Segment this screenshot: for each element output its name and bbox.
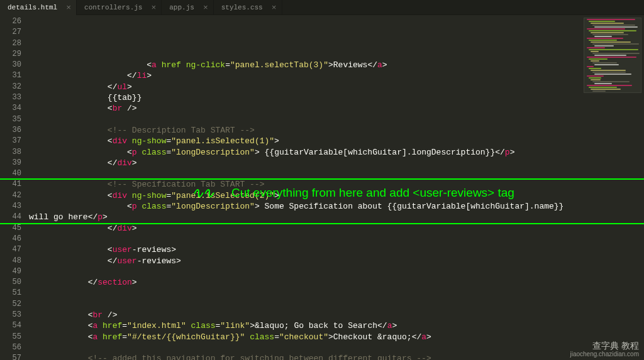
- line-number-gutter: 2627282930313233343536373839404142434445…: [0, 15, 28, 360]
- line-number: 37: [0, 136, 21, 146]
- code-line[interactable]: <!-- Description Tab START -->: [29, 125, 644, 136]
- line-number: 30: [0, 60, 21, 70]
- line-number: 50: [0, 277, 21, 288]
- watermark: 查字典 教程 jiaocheng.chazidian.com: [570, 341, 639, 357]
- watermark-main: 查字典 教程: [570, 341, 639, 351]
- line-number: 54: [0, 320, 21, 331]
- code-line[interactable]: </div>: [29, 223, 644, 234]
- line-number: 51: [0, 288, 21, 298]
- code-line[interactable]: </ul>: [29, 82, 644, 92]
- tab-label: controllers.js: [84, 4, 142, 11]
- line-number: 36: [0, 125, 21, 136]
- line-number: 34: [0, 103, 21, 114]
- line-number: 29: [0, 49, 21, 60]
- tab-controllers-js[interactable]: controllers.js×: [77, 0, 162, 15]
- code-line[interactable]: <!-- added this navigation for switching…: [29, 353, 644, 360]
- tab-app-js[interactable]: app.js×: [162, 0, 213, 15]
- line-number: 43: [0, 201, 21, 212]
- tab-details-html[interactable]: details.html×: [0, 0, 77, 15]
- bolt-icon: ∿∿: [191, 187, 213, 198]
- tab-label: details.html: [8, 4, 57, 11]
- code-line[interactable]: <a href="index.html" class="link">&laquo…: [29, 320, 644, 331]
- line-number: 56: [0, 342, 21, 353]
- code-line[interactable]: [29, 299, 644, 310]
- line-number: 52: [0, 299, 21, 310]
- code-line[interactable]: <br />: [29, 103, 644, 114]
- tab-label: styles.css: [221, 4, 263, 11]
- tab-styles-css[interactable]: styles.css×: [214, 0, 282, 15]
- close-icon[interactable]: ×: [151, 3, 156, 13]
- tab-label: app.js: [169, 4, 194, 11]
- code-line[interactable]: <a href ng-click="panel.selectTab(3)">Re…: [29, 60, 644, 70]
- annotation-text: Cut everything from here and add <user-r…: [231, 187, 514, 198]
- line-number: 33: [0, 92, 21, 103]
- line-number: 32: [0, 82, 21, 92]
- code-line[interactable]: <div ng-show="panel.isSelected(1)">: [29, 136, 644, 146]
- watermark-sub: jiaocheng.chazidian.com: [570, 351, 639, 357]
- line-number: 41: [0, 179, 21, 190]
- line-number: 27: [0, 27, 21, 38]
- line-number: 57: [0, 353, 21, 360]
- code-line[interactable]: {{tab}}: [29, 92, 644, 103]
- line-number: 45: [0, 223, 21, 234]
- line-number: 49: [0, 266, 21, 277]
- code-line[interactable]: [29, 288, 644, 298]
- annotation-overlay: ∿∿ Cut everything from here and add <use…: [191, 187, 514, 198]
- line-number: 39: [0, 158, 21, 168]
- code-line[interactable]: <a href="#/test/{{whichGuitar}}" class="…: [29, 332, 644, 342]
- line-number: 42: [0, 190, 21, 201]
- code-line[interactable]: [29, 114, 644, 125]
- line-number: 47: [0, 244, 21, 255]
- code-line[interactable]: </li>: [29, 70, 644, 81]
- line-number: 48: [0, 256, 21, 266]
- line-number: 38: [0, 147, 21, 158]
- code-line[interactable]: </div>: [29, 158, 644, 168]
- line-number: 46: [0, 234, 21, 244]
- line-number: 55: [0, 332, 21, 342]
- line-number: 35: [0, 114, 21, 125]
- code-line[interactable]: </user-reviews>: [29, 256, 644, 266]
- close-icon[interactable]: ×: [66, 3, 71, 13]
- code-line[interactable]: </section>: [29, 277, 644, 288]
- code-line[interactable]: <p class="longDescription"> {{guitarVari…: [29, 147, 644, 158]
- code-line[interactable]: <p class="longDescription"> Some Specifi…: [29, 201, 576, 223]
- tab-bar: details.html×controllers.js×app.js×style…: [0, 0, 644, 15]
- line-number: 31: [0, 70, 21, 81]
- code-line[interactable]: [29, 168, 644, 179]
- minimap[interactable]: [584, 18, 641, 93]
- line-number: 44: [0, 212, 21, 222]
- code-line[interactable]: <br />: [29, 310, 644, 320]
- line-number: 26: [0, 16, 21, 27]
- code-line[interactable]: [29, 266, 644, 277]
- line-number: 40: [0, 168, 21, 179]
- close-icon[interactable]: ×: [272, 3, 277, 13]
- code-line[interactable]: <user-reviews>: [29, 244, 644, 255]
- code-line[interactable]: [29, 234, 644, 244]
- close-icon[interactable]: ×: [203, 3, 208, 13]
- line-number: 28: [0, 38, 21, 49]
- line-number: 53: [0, 310, 21, 320]
- code-line[interactable]: [29, 342, 644, 353]
- editor-area[interactable]: 2627282930313233343536373839404142434445…: [0, 15, 644, 360]
- code-content[interactable]: ∿∿ Cut everything from here and add <use…: [28, 15, 644, 360]
